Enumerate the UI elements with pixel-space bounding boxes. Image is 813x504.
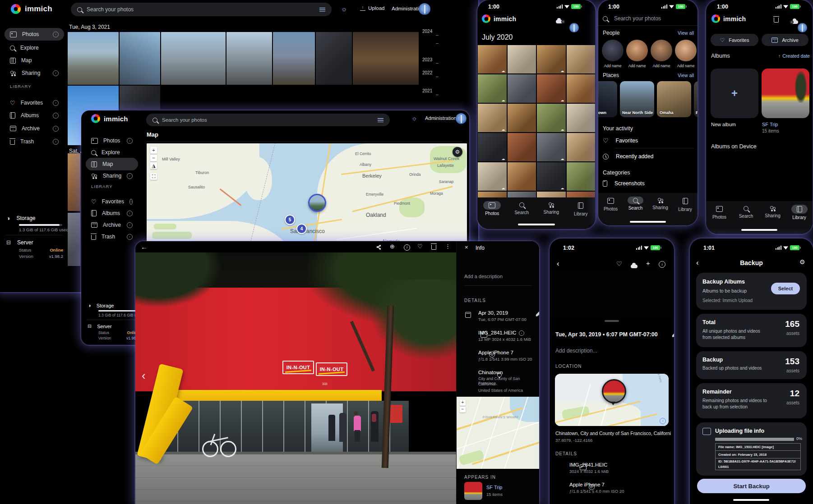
- screenshots-row[interactable]: Screenshots: [603, 180, 645, 187]
- zoom-icon[interactable]: ⊕: [390, 243, 395, 250]
- map-photo-marker[interactable]: [308, 194, 326, 212]
- info-icon[interactable]: i: [53, 70, 59, 76]
- favorite-heart-icon[interactable]: ♡: [616, 260, 622, 267]
- info-icon[interactable]: i: [127, 211, 133, 216]
- info-icon[interactable]: i: [519, 330, 524, 336]
- photo-thumbnail[interactable]: [120, 32, 160, 85]
- user-avatar[interactable]: [419, 3, 430, 15]
- archive-button[interactable]: Archive: [762, 34, 808, 46]
- photo-thumbnail[interactable]: [508, 162, 536, 191]
- info-icon[interactable]: i: [53, 113, 59, 119]
- photo-thumbnail[interactable]: [537, 45, 566, 73]
- sidebar-item-albums[interactable]: Albums i: [86, 207, 138, 220]
- theme-toggle-sun-icon[interactable]: ☼: [411, 115, 417, 122]
- nav-photos[interactable]: Photos: [707, 205, 733, 234]
- photo-thumbnail[interactable]: [537, 104, 566, 132]
- theme-toggle-sun-icon[interactable]: ☼: [341, 5, 347, 13]
- photo-thumbnail[interactable]: [567, 133, 596, 161]
- photo-thumbnail[interactable]: [508, 45, 536, 73]
- start-backup-button[interactable]: Start Backup: [697, 479, 806, 493]
- info-icon[interactable]: i: [53, 32, 59, 37]
- location-minimap[interactable]: FISHERMAN'S WHARF + −: [457, 397, 539, 469]
- person-avatar[interactable]: [651, 40, 672, 61]
- add-to-album-plus-icon[interactable]: +: [646, 259, 650, 267]
- sidebar-item-favorites[interactable]: ♡ Favorites i: [86, 195, 138, 208]
- sidebar-item-sharing[interactable]: Sharing i: [86, 170, 138, 182]
- back-chevron-icon[interactable]: ‹: [557, 259, 559, 268]
- photo-thumbnail[interactable]: [537, 162, 566, 191]
- photo-thumbnail[interactable]: [537, 74, 566, 103]
- nav-library[interactable]: Library: [673, 197, 698, 225]
- photo-thumbnail[interactable]: [537, 133, 566, 161]
- user-avatar[interactable]: [569, 23, 579, 32]
- person-avatar[interactable]: [602, 40, 624, 61]
- administration-link[interactable]: Administration: [425, 115, 457, 121]
- sidebar-item-map[interactable]: Map: [86, 158, 138, 170]
- people-view-all[interactable]: View all: [678, 30, 694, 36]
- place-card[interactable]: Pi: [694, 81, 698, 117]
- sidebar-item-explore[interactable]: Explore: [5, 41, 64, 54]
- photo-thumbnail[interactable]: [273, 32, 315, 85]
- settings-gear-icon[interactable]: ⚙: [799, 258, 805, 266]
- album-thumbnail[interactable]: [464, 482, 482, 500]
- edit-pencil-icon[interactable]: [672, 332, 674, 337]
- share-icon[interactable]: [375, 244, 382, 250]
- favorite-heart-icon[interactable]: ♡: [417, 243, 423, 250]
- edit-pencil-icon[interactable]: [536, 311, 539, 316]
- photo-thumbnail[interactable]: [68, 213, 80, 266]
- recently-added-row[interactable]: Recently added: [603, 153, 653, 160]
- person-avatar[interactable]: [626, 40, 648, 61]
- photo-thumbnail[interactable]: [478, 74, 507, 103]
- photo-thumbnail[interactable]: [226, 32, 272, 85]
- map-cluster-marker[interactable]: 5: [285, 215, 295, 225]
- photo-thumbnail[interactable]: [68, 153, 80, 211]
- search-input[interactable]: Search your photos: [603, 15, 661, 22]
- sidebar-item-favorites[interactable]: ♡ Favorites i: [5, 96, 64, 109]
- add-description-field[interactable]: Add description...: [555, 348, 597, 354]
- photo-stage-dark[interactable]: [550, 270, 674, 317]
- map-fullscreen-button[interactable]: ⛶: [150, 173, 157, 180]
- nav-library[interactable]: Library: [786, 205, 813, 234]
- back-icon[interactable]: ←: [141, 243, 148, 251]
- sidebar-item-trash[interactable]: Trash i: [5, 135, 64, 148]
- map-cluster-marker[interactable]: 4: [296, 224, 307, 234]
- info-icon[interactable]: i: [127, 173, 133, 179]
- places-view-all[interactable]: View all: [678, 73, 694, 78]
- home-indicator[interactable]: [733, 499, 769, 501]
- add-name-label[interactable]: Add name: [675, 64, 697, 68]
- add-name-label[interactable]: Add name: [626, 64, 648, 68]
- photo-thumbnail[interactable]: [508, 133, 536, 161]
- previous-photo-chevron[interactable]: ‹: [142, 369, 146, 383]
- photo-thumbnail[interactable]: [567, 74, 596, 103]
- immich-logo[interactable]: immich: [91, 114, 128, 123]
- info-icon[interactable]: i: [129, 199, 133, 205]
- photo-thumbnail[interactable]: [478, 162, 507, 191]
- location-map[interactable]: San Francisco Ferry i: [555, 374, 669, 426]
- album-card-sf-trip[interactable]: [762, 69, 809, 118]
- user-avatar[interactable]: [798, 23, 807, 32]
- map-zoom-in-button[interactable]: +: [150, 147, 157, 154]
- sidebar-item-map[interactable]: Map: [5, 54, 64, 67]
- nav-photos[interactable]: Photos: [598, 197, 623, 225]
- sidebar-item-explore[interactable]: Explore: [86, 146, 138, 159]
- upload-button[interactable]: ↑ Upload: [360, 5, 384, 11]
- home-indicator[interactable]: [741, 229, 777, 231]
- photo-thumbnail[interactable]: [508, 74, 536, 103]
- info-icon[interactable]: i: [127, 222, 133, 228]
- photo-thumbnail[interactable]: [353, 32, 419, 85]
- trash-icon[interactable]: [774, 18, 779, 23]
- map-zoom-out-button[interactable]: −: [150, 155, 157, 161]
- add-name-label[interactable]: Add name: [651, 64, 672, 68]
- photo-thumbnail[interactable]: [567, 162, 596, 191]
- info-icon[interactable]: i: [53, 126, 59, 132]
- nav-photos[interactable]: Photos: [479, 201, 505, 229]
- favorites-button[interactable]: ♡ Favorites: [711, 34, 758, 46]
- info-icon[interactable]: i: [127, 138, 133, 144]
- more-menu-icon[interactable]: ⋮: [445, 243, 451, 250]
- place-card[interactable]: Near North Side: [620, 81, 654, 117]
- sidebar-item-archive[interactable]: Archive i: [5, 122, 64, 135]
- select-button[interactable]: Select: [771, 283, 800, 294]
- person-avatar[interactable]: [675, 40, 697, 61]
- add-description-field[interactable]: Add a description: [464, 274, 503, 279]
- photo-thumbnail[interactable]: [478, 133, 507, 161]
